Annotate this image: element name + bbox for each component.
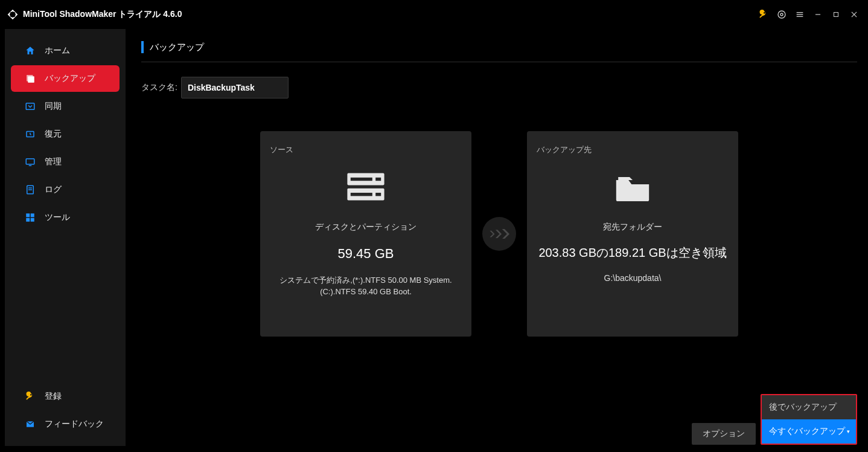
header-accent-bar: [141, 41, 144, 53]
sidebar-item-label: 復元: [45, 129, 62, 140]
svg-rect-10: [28, 76, 34, 83]
sidebar-item-tools[interactable]: ツール: [11, 204, 120, 231]
source-size: 59.45 GB: [338, 246, 394, 262]
sidebar-item-restore[interactable]: 復元: [11, 121, 120, 147]
page-header: バックアップ: [141, 41, 857, 62]
sidebar-item-label: バックアップ: [45, 73, 95, 84]
manage-icon: [24, 156, 36, 168]
maximize-button[interactable]: [827, 5, 845, 24]
svg-rect-4: [797, 16, 803, 17]
page-title: バックアップ: [150, 42, 204, 53]
backup-dropdown: 後でバックアップ 今すぐバックアップ ▾: [761, 394, 857, 445]
sidebar-item-feedback[interactable]: フィードバック: [11, 411, 120, 437]
svg-rect-18: [26, 213, 30, 217]
app-title: MiniTool ShadowMaker トライアル 4.6.0: [23, 9, 182, 20]
sync-icon: [24, 100, 36, 112]
svg-rect-6: [834, 13, 838, 17]
sidebar-item-home[interactable]: ホーム: [11, 37, 120, 64]
menu-icon[interactable]: [791, 5, 809, 24]
sidebar-item-label: ホーム: [45, 45, 70, 56]
bottom-actions: オプション 後でバックアップ 今すぐバックアップ ▾: [692, 394, 857, 445]
destination-size: 203.83 GBの189.21 GBは空き領域: [538, 245, 726, 261]
source-type: ディスクとパーティション: [315, 222, 416, 233]
log-icon: [24, 184, 36, 196]
svg-rect-3: [797, 14, 803, 15]
destination-type: 宛先フォルダー: [603, 222, 662, 233]
svg-rect-13: [26, 159, 34, 164]
folder-icon: [611, 170, 654, 205]
register-key-icon: [24, 390, 36, 402]
backup-now-button[interactable]: 今すぐバックアップ ▾: [762, 419, 856, 444]
tools-icon: [24, 211, 36, 224]
feedback-mail-icon: [24, 418, 36, 430]
svg-point-1: [780, 13, 783, 16]
svg-rect-19: [31, 213, 34, 217]
minimize-button[interactable]: [809, 5, 827, 24]
close-button[interactable]: [845, 5, 863, 24]
source-card[interactable]: ソース ディスクとパーティション 59.45 GB システムで予約済み,(*:)…: [260, 131, 471, 337]
svg-rect-2: [797, 12, 803, 13]
sidebar-item-register[interactable]: 登録: [11, 383, 120, 410]
task-name-input[interactable]: [181, 77, 289, 98]
svg-rect-24: [351, 178, 372, 181]
svg-rect-25: [375, 178, 381, 181]
backup-icon: [24, 73, 36, 85]
sidebar-item-log[interactable]: ログ: [11, 176, 120, 203]
sidebar: ホーム バックアップ 同期 復元 管理 ログ: [5, 29, 126, 446]
restore-icon: [24, 128, 36, 140]
home-icon: [24, 45, 36, 57]
svg-rect-14: [29, 165, 32, 166]
sidebar-item-label: 登録: [45, 391, 62, 402]
destination-card[interactable]: バックアップ先 宛先フォルダー 203.83 GBの189.21 GBは空き領域…: [527, 131, 738, 337]
arrow-icon: [482, 217, 516, 251]
destination-path: G:\backupdata\: [604, 273, 662, 283]
options-button[interactable]: オプション: [692, 423, 756, 445]
backup-later-button[interactable]: 後でバックアップ: [762, 395, 856, 419]
backup-now-label: 今すぐバックアップ: [769, 426, 845, 437]
svg-rect-20: [26, 218, 30, 222]
disk-icon: [344, 170, 388, 205]
license-key-icon[interactable]: [755, 5, 773, 24]
task-name-label: タスク名:: [141, 82, 177, 93]
sidebar-item-manage[interactable]: 管理: [11, 149, 120, 175]
svg-rect-5: [815, 14, 820, 15]
destination-card-label: バックアップ先: [537, 144, 592, 155]
sidebar-item-sync[interactable]: 同期: [11, 93, 120, 120]
svg-rect-26: [351, 193, 372, 196]
chevron-down-icon: ▾: [847, 428, 850, 434]
svg-point-0: [778, 11, 785, 18]
main-panel: バックアップ タスク名: ソース: [126, 29, 868, 446]
sidebar-item-label: フィードバック: [45, 419, 104, 430]
sidebar-item-backup[interactable]: バックアップ: [11, 65, 120, 92]
titlebar: MiniTool ShadowMaker トライアル 4.6.0: [0, 0, 868, 29]
media-icon[interactable]: [773, 5, 791, 24]
sidebar-item-label: 管理: [45, 157, 62, 167]
app-logo-icon: [6, 8, 19, 21]
svg-rect-27: [375, 193, 381, 196]
source-card-label: ソース: [270, 144, 293, 155]
sidebar-item-label: ツール: [45, 212, 70, 223]
source-details: システムで予約済み,(*:).NTFS 50.00 MB System.(C:)…: [270, 275, 462, 298]
sidebar-item-label: ログ: [45, 184, 62, 195]
task-name-row: タスク名:: [141, 77, 857, 98]
svg-rect-11: [26, 103, 34, 110]
sidebar-item-label: 同期: [45, 101, 62, 112]
svg-rect-21: [31, 218, 34, 222]
